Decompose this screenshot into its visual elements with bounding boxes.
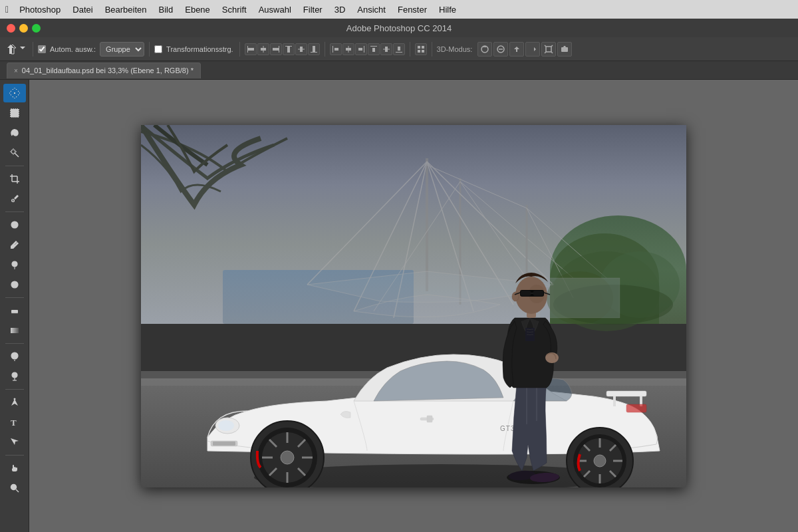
menu-auswahl[interactable]: Auswahl: [253, 3, 297, 16]
healing-brush-tool-button[interactable]: [3, 215, 26, 234]
svg-rect-22: [396, 52, 402, 53]
tool-separator-1: [5, 166, 24, 166]
clone-stamp-tool-button[interactable]: [3, 255, 26, 274]
auto-select-dropdown[interactable]: Gruppe Ebene: [100, 42, 144, 57]
svg-point-68: [13, 398, 15, 400]
magic-wand-tool-button[interactable]: [3, 144, 26, 162]
menu-hilfe[interactable]: Hilfe: [434, 3, 462, 16]
tab-filename: 04_01_bildaufbau.psd bei 33,3% (Ebene 1,…: [22, 66, 194, 74]
3d-slide-icon[interactable]: [525, 42, 540, 57]
align-right-icon[interactable]: [270, 43, 282, 55]
3d-rotate-icon[interactable]: [477, 42, 492, 57]
tool-separator-4: [5, 343, 24, 344]
canvas-area: GT3: [29, 80, 798, 532]
crop-tool-button[interactable]: [3, 170, 26, 188]
menu-ebene[interactable]: Ebene: [180, 3, 215, 16]
svg-rect-19: [372, 48, 375, 52]
text-tool-button[interactable]: T: [3, 413, 26, 432]
auto-select-label: Autom. ausw.:: [49, 45, 97, 53]
3d-camera-icon[interactable]: [557, 42, 572, 57]
menu-schrift[interactable]: Schrift: [217, 3, 252, 16]
3d-scale-icon[interactable]: [541, 42, 556, 57]
marquee-tool-button[interactable]: [3, 104, 26, 122]
document-tab[interactable]: × 04_01_bildaufbau.psd bei 33,3% (Ebene …: [7, 63, 201, 78]
svg-rect-60: [11, 310, 18, 313]
transform-checkbox[interactable]: [154, 45, 162, 53]
svg-rect-62: [11, 328, 19, 333]
menu-photoshop[interactable]: Photoshop: [14, 3, 66, 16]
tool-select-icon: [4, 43, 28, 56]
distribute-top-icon[interactable]: [368, 43, 380, 55]
move-tool-button[interactable]: [3, 84, 26, 102]
maximize-button[interactable]: [32, 24, 41, 33]
align-left-icon[interactable]: [245, 43, 257, 55]
svg-rect-16: [364, 46, 364, 53]
auto-select-checkbox[interactable]: [38, 45, 46, 53]
document-canvas[interactable]: GT3: [141, 125, 686, 487]
tab-close-icon[interactable]: ×: [14, 67, 18, 74]
path-select-tool-button[interactable]: [3, 433, 26, 452]
dodge-tool-button[interactable]: [3, 367, 26, 386]
blur-tool-button[interactable]: [3, 347, 26, 366]
canvas-image: GT3: [141, 125, 686, 487]
left-toolbar: T: [0, 80, 29, 532]
menu-fenster[interactable]: Fenster: [392, 3, 432, 16]
menu-filter[interactable]: Filter: [298, 3, 328, 16]
brush-tool-button[interactable]: [3, 235, 26, 254]
svg-rect-31: [546, 47, 551, 52]
align-bottom-icon[interactable]: [308, 43, 320, 55]
menu-3d[interactable]: 3D: [329, 3, 351, 16]
menu-bild[interactable]: Bild: [154, 3, 179, 16]
svg-point-59: [11, 281, 18, 288]
svg-rect-26: [418, 50, 420, 53]
menu-bearbeiten[interactable]: Bearbeiten: [100, 3, 152, 16]
svg-line-32: [545, 45, 546, 47]
distribute-left-icon[interactable]: [330, 43, 342, 55]
water-background: [223, 270, 414, 325]
svg-rect-9: [298, 49, 305, 49]
apple-logo-icon: : [5, 4, 9, 15]
fence-element: [141, 371, 686, 386]
eyedropper-tool-button[interactable]: [3, 190, 26, 208]
pen-tool-button[interactable]: [3, 393, 26, 412]
toolbar-separator-4: [325, 42, 325, 57]
align-center-h-icon[interactable]: [257, 43, 269, 55]
hand-tool-button[interactable]: [3, 459, 26, 477]
gradient-tool-button[interactable]: [3, 321, 26, 340]
document-tab-bar: × 04_01_bildaufbau.psd bei 33,3% (Ebene …: [0, 61, 798, 80]
menu-datei[interactable]: Datei: [67, 3, 98, 16]
3d-roll-icon[interactable]: [493, 42, 508, 57]
window-controls: [7, 24, 41, 33]
svg-rect-1: [247, 46, 248, 53]
toolbar-separator-1: [33, 42, 33, 57]
toolbar-separator-6: [432, 42, 432, 57]
menu-ansicht[interactable]: Ansicht: [352, 3, 391, 16]
distribute-bottom-icon[interactable]: [393, 43, 405, 55]
svg-rect-7: [285, 46, 292, 47]
svg-line-35: [551, 52, 553, 53]
close-button[interactable]: [7, 24, 15, 33]
svg-text:T: T: [11, 418, 17, 428]
distribute-center-h-icon[interactable]: [342, 43, 354, 55]
tool-separator-2: [5, 211, 24, 212]
svg-rect-5: [279, 46, 279, 53]
arrange-icon[interactable]: [415, 43, 427, 55]
svg-rect-10: [313, 46, 315, 53]
3d-pan-icon[interactable]: [509, 42, 524, 57]
distribute-center-v-icon[interactable]: [380, 43, 392, 55]
history-brush-tool-button[interactable]: [3, 275, 26, 294]
tool-separator-3: [5, 297, 24, 298]
toolbar-separator-2: [149, 42, 150, 57]
zoom-tool-button[interactable]: [3, 479, 26, 497]
svg-rect-133: [525, 328, 535, 341]
svg-rect-24: [418, 46, 420, 49]
ground-background: [141, 378, 686, 487]
eraser-tool-button[interactable]: [3, 301, 26, 320]
lasso-tool-button[interactable]: [3, 124, 26, 142]
minimize-button[interactable]: [19, 24, 28, 33]
svg-line-34: [545, 52, 546, 53]
svg-rect-15: [346, 48, 351, 51]
align-top-icon[interactable]: [283, 43, 295, 55]
distribute-right-icon[interactable]: [355, 43, 367, 55]
align-center-v-icon[interactable]: [295, 43, 307, 55]
